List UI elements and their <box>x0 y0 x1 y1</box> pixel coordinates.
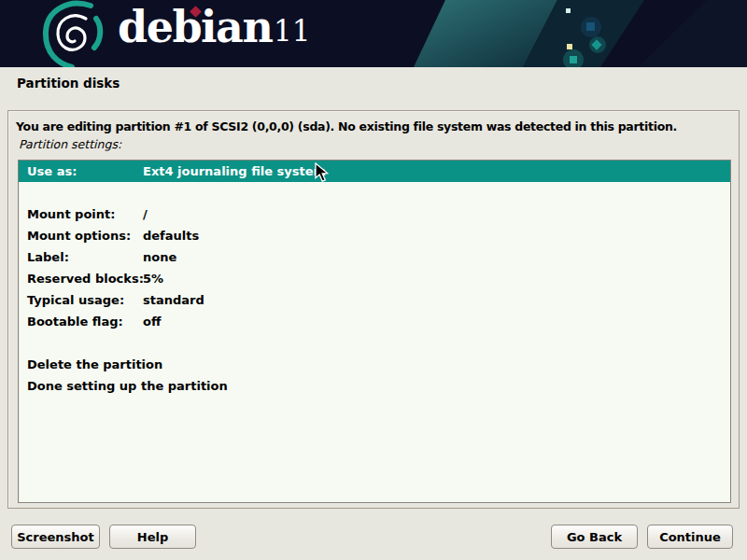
list-item-mount-point[interactable]: Mount point:/ <box>19 203 730 225</box>
mouse-cursor-icon <box>315 162 329 183</box>
continue-button[interactable]: Continue <box>647 525 733 549</box>
debian-swirl-icon <box>46 4 100 67</box>
installer-banner: debian 11 <box>0 0 747 67</box>
list-item-done-setting-up[interactable]: Done setting up the partition <box>19 375 730 397</box>
list-item-bootable-flag[interactable]: Bootable flag:off <box>19 311 730 332</box>
list-item-typical-usage[interactable]: Typical usage:standard <box>19 289 730 311</box>
list-item-label[interactable]: Label:none <box>19 246 730 268</box>
page-title: Partition disks <box>17 76 120 91</box>
help-button[interactable]: Help <box>109 525 196 549</box>
go-back-button[interactable]: Go Back <box>551 525 638 549</box>
list-item-delete-partition[interactable]: Delete the partition <box>19 354 730 375</box>
banner-decoration <box>0 0 747 67</box>
list-item-blank <box>19 182 730 203</box>
list-item-mount-options[interactable]: Mount options:defaults <box>19 225 730 246</box>
screenshot-button[interactable]: Screenshot <box>11 525 100 549</box>
list-item-use-as[interactable]: Use as:Ext4 journaling file system <box>19 161 730 182</box>
list-item-reserved-blocks[interactable]: Reserved blocks:5% <box>19 268 730 289</box>
list-item-blank <box>19 332 730 354</box>
brand-version: 11 <box>274 17 310 46</box>
instruction-text: You are editing partition #1 of SCSI2 (0… <box>16 119 731 133</box>
settings-list: Use as:Ext4 journaling file system Mount… <box>18 160 731 503</box>
partition-settings-frame: You are editing partition #1 of SCSI2 (0… <box>7 110 740 509</box>
partition-settings-label: Partition settings: <box>19 137 121 151</box>
